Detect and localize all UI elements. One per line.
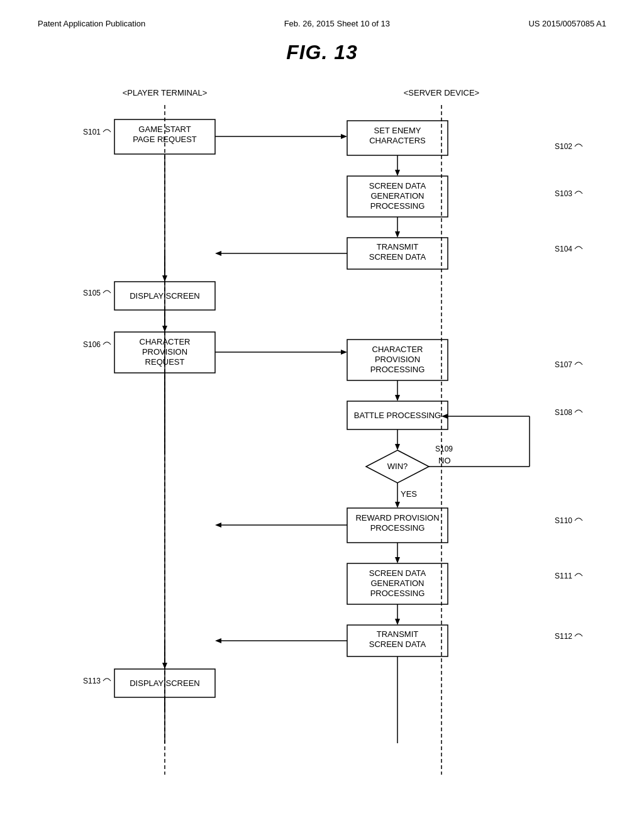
svg-marker-34 [441,414,448,419]
text-s106-line3: REQUEST [145,357,185,367]
text-s104-line1: TRANSMIT [377,242,419,252]
svg-marker-26 [395,395,400,401]
text-s111-line3: PROCESSING [370,589,425,598]
text-s110-line1: REWARD PROVISION [355,513,439,523]
label-s113: S113 [83,677,101,685]
label-s102: S102 [555,142,572,151]
text-s103-line2: GENERATION [371,191,425,201]
text-s106-line1: CHARACTER [140,337,191,346]
text-s111-line1: SCREEN DATA [369,568,426,578]
text-s109: WIN? [387,462,408,471]
svg-marker-49 [162,663,167,669]
svg-marker-16 [162,275,167,282]
svg-marker-4 [341,134,347,139]
label-s112: S112 [555,632,572,641]
flowchart: <PLAYER TERMINAL> <SERVER DEVICE> S101 G… [52,77,592,781]
svg-marker-19 [162,326,167,332]
header-left: Patent Application Publication [38,19,145,28]
col-right-header: <SERVER DEVICE> [404,88,479,97]
text-s108: BATTLE PROCESSING [354,411,441,420]
header-right: US 2015/0057085 A1 [528,19,606,28]
label-s105: S105 [83,289,101,297]
text-s112-line2: SCREEN DATA [369,639,426,649]
text-s107-line3: PROCESSING [370,365,425,374]
text-s105: DISPLAY SCREEN [130,291,200,301]
label-s108: S108 [555,408,572,417]
text-s103-line3: PROCESSING [370,201,425,211]
label-s107: S107 [555,360,572,369]
header-center: Feb. 26, 2015 Sheet 10 of 13 [284,19,390,28]
svg-marker-29 [395,444,400,450]
text-yes: YES [401,489,417,499]
col-left-header: <PLAYER TERMINAL> [123,88,208,97]
svg-marker-14 [215,251,221,256]
text-s107-line2: PROVISION [375,355,420,364]
label-s103: S103 [555,189,572,198]
text-s101-line1: GAME START [138,124,191,134]
text-s107-line1: CHARACTER [372,345,423,354]
text-s106-line2: PROVISION [142,347,187,357]
svg-marker-11 [395,231,400,238]
svg-marker-8 [395,170,400,176]
text-s103-line1: SCREEN DATA [369,181,426,191]
text-no: NO [438,456,451,465]
svg-marker-39 [215,523,221,528]
label-s111: S111 [555,572,572,580]
page-header: Patent Application Publication Feb. 26, … [0,0,644,35]
text-s113: DISPLAY SCREEN [130,678,200,688]
text-s102-line1: SET ENEMY [374,126,421,135]
text-s101-line2: PAGE REQUEST [133,135,197,144]
text-s110-line2: PROCESSING [370,523,425,533]
svg-marker-44 [395,619,400,625]
label-s104: S104 [555,245,572,253]
label-s110: S110 [555,516,572,525]
label-s101: S101 [83,128,101,136]
text-s111-line2: GENERATION [371,578,425,588]
label-s106: S106 [83,340,101,349]
text-s112-line1: TRANSMIT [377,629,419,639]
diagram-area: FIG. 13 <PLAYER TERMINAL> <SERVER DEVICE… [0,41,644,781]
svg-marker-36 [395,502,400,508]
svg-marker-41 [395,557,400,563]
svg-marker-22 [341,350,347,355]
label-s109: S109 [435,445,453,453]
svg-marker-47 [215,638,221,643]
figure-title: FIG. 13 [38,41,606,64]
text-s104-line2: SCREEN DATA [369,252,426,262]
text-s102-line2: CHARACTERS [369,136,426,145]
